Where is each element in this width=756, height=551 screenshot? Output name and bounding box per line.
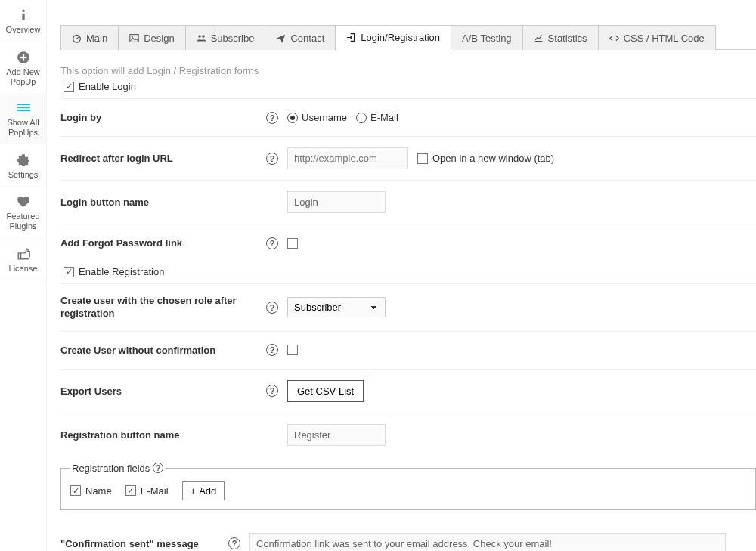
- regfield-email-checkbox[interactable]: E-Mail: [125, 485, 169, 497]
- login-by-label: Login by: [60, 112, 257, 123]
- tab-ab-testing[interactable]: A/B Testing: [451, 25, 523, 50]
- gear-icon: [2, 152, 45, 166]
- create-role-select[interactable]: Subscriber: [287, 297, 386, 317]
- tab-login-registration[interactable]: Login/Registration: [336, 25, 451, 50]
- checkbox-icon: [70, 485, 81, 496]
- svg-rect-4: [20, 57, 26, 58]
- login-by-username-radio[interactable]: Username: [287, 112, 347, 123]
- main-content: Main Design Subscribe Contact Login/Regi…: [47, 0, 756, 551]
- checkbox-icon: [64, 267, 74, 277]
- form-intro: This option will add Login / Registratio…: [60, 65, 756, 76]
- dashboard-icon: [72, 33, 82, 43]
- sidebar-item-featured[interactable]: Featured Plugins: [0, 187, 46, 239]
- login-button-name-label: Login button name: [60, 197, 257, 208]
- help-icon[interactable]: ?: [153, 463, 163, 473]
- help-icon[interactable]: ?: [266, 385, 278, 397]
- heart-icon: [2, 194, 45, 209]
- forgot-password-checkbox[interactable]: [287, 238, 298, 249]
- sidebar-item-settings[interactable]: Settings: [0, 144, 46, 186]
- svg-point-9: [202, 35, 205, 38]
- tab-statistics[interactable]: Statistics: [523, 25, 599, 50]
- radio-icon: [356, 113, 367, 123]
- login-by-email-radio[interactable]: E-Mail: [356, 112, 398, 123]
- help-icon[interactable]: ?: [266, 153, 278, 165]
- users-icon: [197, 33, 206, 43]
- help-icon[interactable]: ?: [266, 302, 278, 314]
- enable-login-checkbox[interactable]: Enable Login: [64, 81, 756, 92]
- svg-rect-6: [130, 34, 138, 42]
- sidebar-item-add-new[interactable]: Add New PopUp: [0, 42, 46, 94]
- confirmation-message-label: "Confirmation sent" message: [60, 538, 219, 549]
- export-users-button[interactable]: Get CSV List: [287, 380, 364, 402]
- checkbox-icon: [417, 153, 428, 164]
- svg-point-8: [198, 35, 201, 38]
- tab-css-html[interactable]: CSS / HTML Code: [599, 25, 716, 50]
- redirect-url-label: Redirect after login URL: [60, 153, 257, 164]
- registration-fields-fieldset: Registration fields ? Name E-Mail +Add: [60, 463, 756, 510]
- radio-icon: [287, 113, 298, 123]
- plus-icon: +: [191, 485, 197, 497]
- sidebar-item-overview[interactable]: Overview: [0, 0, 46, 42]
- chart-line-icon: [534, 33, 544, 43]
- svg-rect-1: [22, 14, 24, 20]
- forgot-password-label: Add Forgot Password link: [60, 237, 257, 249]
- plus-circle-icon: [2, 49, 45, 63]
- registration-fields-legend: Registration fields ?: [70, 463, 165, 474]
- regfield-add-button[interactable]: +Add: [182, 481, 225, 500]
- export-users-label: Export Users: [60, 385, 257, 397]
- svg-point-7: [132, 36, 133, 37]
- help-icon[interactable]: ?: [266, 344, 278, 356]
- help-icon[interactable]: ?: [266, 237, 278, 249]
- login-registration-form: This option will add Login / Registratio…: [60, 50, 756, 551]
- send-icon: [276, 33, 286, 43]
- open-new-window-checkbox[interactable]: Open in a new window (tab): [417, 153, 554, 164]
- login-icon: [346, 33, 356, 42]
- create-role-label: Create user with the chosen role after r…: [60, 295, 257, 320]
- redirect-url-input[interactable]: [287, 147, 408, 169]
- code-icon: [609, 33, 619, 43]
- create-no-confirm-label: Create User without confirmation: [60, 345, 257, 356]
- checkbox-icon: [64, 82, 74, 92]
- register-button-name-label: Registration button name: [60, 429, 257, 441]
- create-no-confirm-checkbox[interactable]: [287, 345, 298, 355]
- regfield-name-checkbox[interactable]: Name: [70, 485, 112, 497]
- login-button-name-input[interactable]: [287, 191, 386, 213]
- help-icon[interactable]: ?: [266, 112, 278, 124]
- tab-main[interactable]: Main: [60, 25, 119, 50]
- sidebar-item-show-all[interactable]: Show All PopUps: [0, 94, 46, 144]
- help-icon[interactable]: ?: [228, 537, 240, 549]
- enable-registration-checkbox[interactable]: Enable Registration: [64, 266, 756, 277]
- list-icon: [2, 101, 45, 115]
- info-icon: [2, 8, 45, 22]
- register-button-name-input[interactable]: [287, 424, 386, 446]
- image-icon: [129, 33, 139, 43]
- tabs: Main Design Subscribe Contact Login/Regi…: [60, 15, 756, 50]
- tab-contact[interactable]: Contact: [265, 25, 336, 50]
- tab-subscribe[interactable]: Subscribe: [186, 25, 266, 50]
- svg-point-0: [22, 10, 25, 13]
- checkbox-icon: [125, 485, 136, 496]
- tab-design[interactable]: Design: [119, 25, 185, 50]
- thumbs-up-icon: [2, 246, 45, 261]
- confirmation-message-input[interactable]: [249, 533, 726, 551]
- admin-sidebar: Overview Add New PopUp Show All PopUps S…: [0, 0, 47, 551]
- sidebar-item-license[interactable]: License: [0, 239, 46, 280]
